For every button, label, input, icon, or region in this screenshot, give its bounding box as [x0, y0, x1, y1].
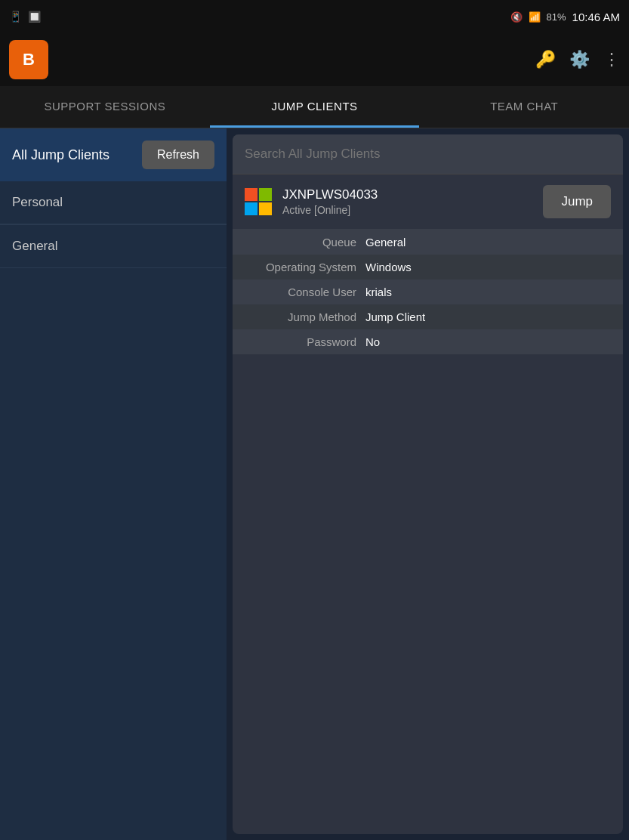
main-content: All Jump Clients Refresh Personal Genera…: [0, 128, 629, 840]
tab-support-sessions[interactable]: SUPPORT SESSIONS: [0, 86, 210, 128]
battery-level: 81%: [547, 11, 566, 23]
detail-row-console-user: Console User krials: [233, 279, 623, 304]
screen-icon: 🔲: [28, 11, 41, 23]
win-red: [245, 188, 257, 201]
more-options-icon[interactable]: ⋮: [603, 50, 620, 69]
client-name: JXNPLWS04033: [282, 187, 378, 202]
sidebar-item-personal[interactable]: Personal: [0, 181, 227, 224]
detail-value-password: No: [365, 335, 380, 348]
sidebar-item-general[interactable]: General: [0, 225, 227, 268]
detail-key-console-user: Console User: [245, 286, 365, 298]
win-blue: [245, 202, 257, 215]
client-status: Active [Online]: [282, 204, 378, 216]
search-bar: [233, 134, 623, 174]
sidebar-all-jump-clients-label: All Jump Clients: [12, 147, 109, 163]
detail-value-console-user: krials: [365, 286, 392, 298]
sidebar-header: All Jump Clients Refresh: [0, 128, 227, 181]
win-yellow: [259, 202, 272, 215]
detail-key-jump-method: Jump Method: [245, 310, 365, 323]
jump-button[interactable]: Jump: [543, 185, 611, 218]
jump-client-info: JXNPLWS04033 Active [Online]: [245, 187, 378, 216]
search-input[interactable]: [245, 144, 611, 165]
sidebar: All Jump Clients Refresh Personal Genera…: [0, 128, 227, 840]
notification-icon: 📱: [9, 11, 22, 23]
win-green: [259, 188, 272, 201]
wifi-icon: 📶: [529, 11, 541, 23]
detail-value-queue: General: [365, 236, 405, 249]
refresh-button[interactable]: Refresh: [142, 141, 214, 169]
settings-icon[interactable]: ⚙️: [569, 50, 590, 69]
jump-clients-list: JXNPLWS04033 Active [Online] Jump Queue …: [233, 174, 623, 834]
detail-key-os: Operating System: [245, 261, 365, 273]
tab-jump-clients[interactable]: JUMP CLIENTS: [210, 86, 420, 128]
status-bar: 📱 🔲 🔇 📶 81% 10:46 AM: [0, 0, 629, 33]
tab-team-chat[interactable]: TEAM CHAT: [419, 86, 629, 128]
detail-key-queue: Queue: [245, 236, 365, 249]
mute-icon: 🔇: [510, 11, 523, 23]
key-icon[interactable]: 🔑: [535, 50, 556, 69]
tab-bar: SUPPORT SESSIONS JUMP CLIENTS TEAM CHAT: [0, 86, 629, 128]
detail-key-password: Password: [245, 335, 365, 348]
detail-value-os: Windows: [365, 261, 412, 273]
app-bar: B 🔑 ⚙️ ⋮: [0, 33, 629, 86]
right-panel: JXNPLWS04033 Active [Online] Jump Queue …: [233, 134, 623, 834]
detail-row-queue: Queue General: [233, 230, 623, 255]
detail-row-jump-method: Jump Method Jump Client: [233, 304, 623, 329]
windows-logo-icon: [245, 188, 272, 215]
jump-client-row: JXNPLWS04033 Active [Online] Jump: [233, 174, 623, 230]
detail-row-os: Operating System Windows: [233, 255, 623, 279]
app-logo: B: [9, 40, 48, 79]
client-details-table: Queue General Operating System Windows C…: [233, 230, 623, 354]
detail-row-password: Password No: [233, 329, 623, 354]
current-time: 10:46 AM: [572, 11, 620, 23]
detail-value-jump-method: Jump Client: [365, 310, 425, 323]
